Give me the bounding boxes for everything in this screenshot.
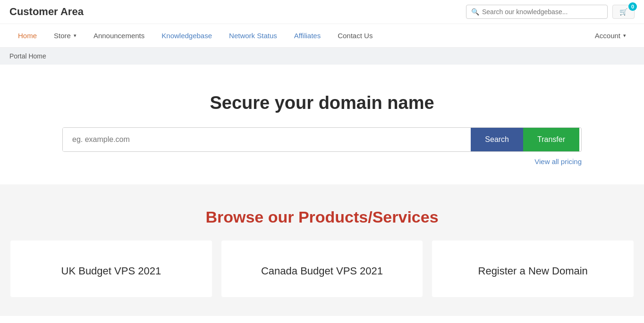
- cart-button[interactable]: 🛒 0: [612, 5, 635, 19]
- nav-affiliates[interactable]: Affiliates: [286, 24, 329, 47]
- transfer-button[interactable]: Transfer: [523, 128, 579, 151]
- product-title-1: Canada Budget VPS 2021: [261, 265, 383, 277]
- header-right: 🔍 🛒 0: [466, 5, 635, 19]
- domain-search-bar: Search Transfer: [62, 127, 582, 152]
- product-card-2[interactable]: Register a New Domain: [432, 240, 634, 297]
- products-grid: UK Budget VPS 2021 Canada Budget VPS 202…: [10, 240, 634, 297]
- nav-home[interactable]: Home: [9, 24, 45, 47]
- nav-contact-us[interactable]: Contact Us: [329, 24, 381, 47]
- nav-account-link[interactable]: Account: [586, 24, 635, 47]
- view-all-pricing-link[interactable]: View all pricing: [62, 157, 582, 166]
- nav-store[interactable]: Store: [45, 24, 85, 47]
- product-card-0[interactable]: UK Budget VPS 2021: [10, 240, 212, 297]
- hero-title: Secure your domain name: [9, 93, 635, 113]
- nav-knowledgebase[interactable]: Knowledgebase: [153, 24, 220, 47]
- nav-network-status[interactable]: Network Status: [220, 24, 286, 47]
- products-section: Browse our Products/Services UK Budget V…: [0, 184, 644, 316]
- product-title-0: UK Budget VPS 2021: [61, 265, 161, 277]
- search-button[interactable]: Search: [471, 128, 523, 151]
- main-nav: Home Store Announcements Knowledgebase N…: [0, 24, 644, 48]
- products-title: Browse our Products/Services: [9, 208, 635, 226]
- nav-announcements[interactable]: Announcements: [85, 24, 153, 47]
- nav-items: Home Store Announcements Knowledgebase N…: [9, 24, 586, 47]
- cart-badge: 0: [628, 2, 637, 11]
- site-logo: Customer Area: [9, 6, 84, 18]
- search-icon: 🔍: [471, 8, 479, 16]
- breadcrumb-label: Portal Home: [9, 52, 46, 60]
- breadcrumb: Portal Home: [0, 48, 644, 65]
- hero-section: Secure your domain name Search Transfer …: [0, 65, 644, 184]
- knowledgebase-search-box: 🔍: [466, 5, 608, 19]
- knowledgebase-search-input[interactable]: [482, 8, 602, 16]
- nav-account: Account: [586, 24, 635, 47]
- product-title-2: Register a New Domain: [478, 265, 588, 277]
- domain-search-input[interactable]: [63, 128, 471, 151]
- header: Customer Area 🔍 🛒 0: [0, 0, 644, 24]
- product-card-1[interactable]: Canada Budget VPS 2021: [221, 240, 423, 297]
